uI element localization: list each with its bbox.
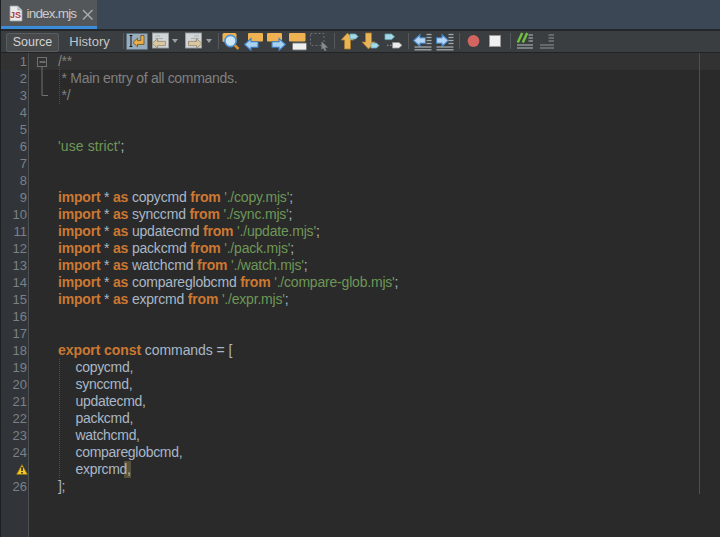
svg-text:JS: JS xyxy=(10,10,21,20)
